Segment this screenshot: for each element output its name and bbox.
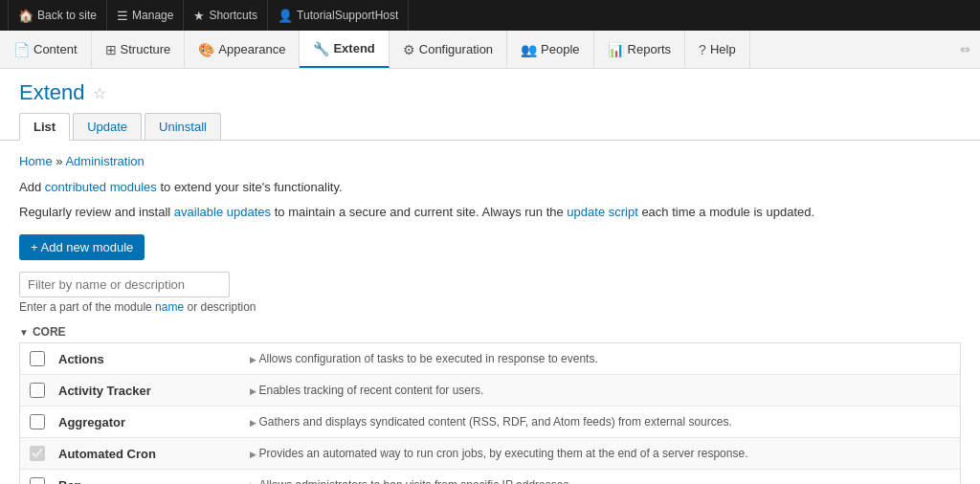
extend-icon: 🔧 xyxy=(313,41,329,56)
nav-help-label: Help xyxy=(710,42,736,56)
config-icon: ⚙ xyxy=(403,42,415,57)
secondary-nav: 📄 Content ⊞ Structure 🎨 Appearance 🔧 Ext… xyxy=(0,31,980,69)
filter-input[interactable] xyxy=(19,272,230,297)
admin-bar: 🏠 Back to site ☰ Manage ★ Shortcuts 👤 Tu… xyxy=(0,0,980,31)
menu-icon: ☰ xyxy=(117,9,128,23)
module-desc-actions: Allows configuration of tasks to be exec… xyxy=(250,352,950,365)
module-desc-automated-cron: Provides an automated way to run cron jo… xyxy=(250,447,950,460)
checkbox-actions[interactable] xyxy=(30,351,45,366)
nav-reports-label: Reports xyxy=(628,42,672,56)
reports-icon: 📊 xyxy=(608,42,624,57)
nav-people[interactable]: 👥 People xyxy=(507,31,593,68)
checkbox-automated-cron[interactable] xyxy=(30,446,45,461)
bookmark-icon[interactable]: ☆ xyxy=(93,84,106,102)
module-name-actions: Actions xyxy=(58,352,250,366)
shortcuts-menu[interactable]: ★ Shortcuts xyxy=(184,0,268,31)
add-module-button[interactable]: + Add new module xyxy=(19,234,145,260)
module-row: AggregatorGathers and displays syndicate… xyxy=(20,407,960,438)
user-icon: 👤 xyxy=(278,9,293,23)
user-menu[interactable]: 👤 TutorialSupportHost xyxy=(268,0,409,31)
shortcuts-label: Shortcuts xyxy=(209,9,257,22)
username-label: TutorialSupportHost xyxy=(297,9,398,22)
breadcrumb-home[interactable]: Home xyxy=(19,154,53,168)
manage-menu[interactable]: ☰ Manage xyxy=(107,0,184,31)
structure-icon: ⊞ xyxy=(105,42,117,57)
update-script-link[interactable]: update script xyxy=(567,205,637,219)
nav-structure[interactable]: ⊞ Structure xyxy=(92,31,186,68)
module-name-automated-cron: Automated Cron xyxy=(58,447,250,461)
people-icon: 👥 xyxy=(521,42,537,57)
nav-content[interactable]: 📄 Content xyxy=(0,31,92,68)
appearance-icon: 🎨 xyxy=(198,42,214,57)
back-to-site[interactable]: 🏠 Back to site xyxy=(8,0,107,31)
tab-update[interactable]: Update xyxy=(73,113,142,140)
module-row: Activity TrackerEnables tracking of rece… xyxy=(20,375,960,407)
collapse-icon[interactable]: ▼ xyxy=(19,327,29,338)
info-line-2: Regularly review and install available u… xyxy=(19,203,961,222)
breadcrumb-separator: » xyxy=(56,154,65,168)
nav-configuration[interactable]: ⚙ Configuration xyxy=(390,31,507,68)
nav-extend-label: Extend xyxy=(333,41,374,55)
breadcrumb-admin[interactable]: Administration xyxy=(65,154,144,168)
nav-expand-icon[interactable]: ⇔ xyxy=(960,42,970,56)
content-icon: 📄 xyxy=(13,42,30,57)
nav-content-label: Content xyxy=(33,42,78,56)
filter-hint: Enter a part of the module name or descr… xyxy=(19,300,961,314)
module-name-aggregator: Aggregator xyxy=(58,415,250,429)
star-icon: ★ xyxy=(193,9,205,23)
manage-label: Manage xyxy=(132,9,173,22)
module-name-activity-tracker: Activity Tracker xyxy=(58,384,250,398)
help-icon: ? xyxy=(699,42,706,57)
filter-name-link[interactable]: name xyxy=(155,300,184,314)
home-icon: 🏠 xyxy=(18,9,33,23)
filter-area: Enter a part of the module name or descr… xyxy=(19,272,961,314)
nav-configuration-label: Configuration xyxy=(419,42,493,56)
breadcrumb: Home » Administration xyxy=(19,154,961,168)
back-to-site-label: Back to site xyxy=(37,9,97,22)
tab-uninstall[interactable]: Uninstall xyxy=(145,113,221,140)
nav-help[interactable]: ? Help xyxy=(685,31,750,68)
contributed-modules-link[interactable]: contributed modules xyxy=(45,180,157,194)
nav-right-controls: ⇔ xyxy=(950,42,980,56)
module-desc-activity-tracker: Enables tracking of recent content for u… xyxy=(250,384,950,397)
nav-appearance[interactable]: 🎨 Appearance xyxy=(185,31,300,68)
info-line-1: Add contributed modules to extend your s… xyxy=(19,178,961,197)
available-updates-link[interactable]: available updates xyxy=(174,205,271,219)
nav-structure-label: Structure xyxy=(121,42,171,56)
module-row: ActionsAllows configuration of tasks to … xyxy=(20,343,960,375)
section-label: CORE xyxy=(33,325,66,339)
content-area: Home » Administration Add contributed mo… xyxy=(0,141,980,484)
module-desc-ban: Allows administrators to ban visits from… xyxy=(250,478,950,484)
page-header: Extend ☆ xyxy=(0,69,980,113)
nav-appearance-label: Appearance xyxy=(218,42,285,56)
module-row: BanAllows administrators to ban visits f… xyxy=(20,470,960,484)
checkbox-ban[interactable] xyxy=(30,477,45,484)
tab-list[interactable]: List xyxy=(19,113,70,141)
nav-reports[interactable]: 📊 Reports xyxy=(594,31,686,68)
nav-extend[interactable]: 🔧 Extend xyxy=(300,31,389,68)
checkbox-aggregator[interactable] xyxy=(30,414,45,429)
module-desc-aggregator: Gathers and displays syndicated content … xyxy=(250,415,950,429)
module-list: ActionsAllows configuration of tasks to … xyxy=(19,342,961,484)
section-header-core: ▼ CORE xyxy=(19,325,961,339)
page-title: Extend xyxy=(19,80,85,105)
module-row: Automated CronProvides an automated way … xyxy=(20,438,960,470)
checkbox-activity-tracker[interactable] xyxy=(30,383,45,398)
nav-people-label: People xyxy=(541,42,579,56)
module-name-ban: Ban xyxy=(58,478,250,485)
tabs: List Update Uninstall xyxy=(0,113,980,141)
